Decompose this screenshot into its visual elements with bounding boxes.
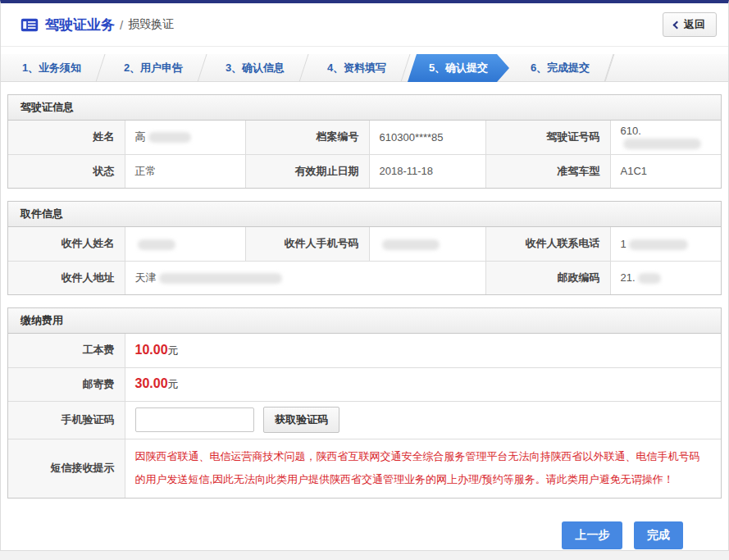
step-label: 1、业务须知 <box>22 61 81 75</box>
redacted-blur <box>148 132 191 143</box>
field-label-recipient-address: 收件人地址 <box>8 261 125 294</box>
step-6-complete-submit: 6、完成提交 <box>509 54 611 82</box>
sms-notice-text: 因陕西省联通、电信运营商技术问题，陕西省互联网交通安全综合服务管理平台无法向持陕… <box>135 440 722 496</box>
sms-notice-cell: 因陕西省联通、电信运营商技术问题，陕西省互联网交通安全综合服务管理平台无法向持陕… <box>125 439 721 498</box>
back-button[interactable]: 返回 <box>663 12 717 37</box>
table-row: 邮寄费 30.00元 <box>8 367 721 401</box>
field-label-recipient-mobile: 收件人手机号码 <box>245 227 369 261</box>
field-value-expiry-date: 2018-11-18 <box>369 154 485 188</box>
step-4-fill-materials: 4、资料填写 <box>306 54 408 82</box>
step-label: 5、确认提交 <box>429 61 488 75</box>
redacted-blur <box>138 239 175 250</box>
step-navigation: 1、业务须知 2、用户申告 3、确认信息 4、资料填写 5、确认提交 6、完成提… <box>1 54 728 82</box>
step-label: 4、资料填写 <box>327 61 386 75</box>
field-label-expiry-date: 有效期止日期 <box>245 154 369 188</box>
field-label-name: 姓名 <box>8 121 125 154</box>
field-label-sms-code: 手机验证码 <box>8 401 125 439</box>
table-row: 收件人地址 天津 邮政编码 21. <box>8 261 721 294</box>
field-label-sms-notice: 短信接收提示 <box>8 439 125 498</box>
table-row: 收件人姓名 收件人手机号码 收件人联系电话 1 <box>8 227 721 261</box>
field-label-file-number: 档案编号 <box>245 121 369 154</box>
redacted-blur <box>623 139 701 149</box>
field-label-zip-code: 邮政编码 <box>485 261 610 294</box>
step-5-confirm-submit-active: 5、确认提交 <box>408 54 509 82</box>
field-value-postage-fee: 30.00元 <box>125 367 721 401</box>
field-value-recipient-phone: 1 <box>610 227 721 261</box>
license-info-table: 姓名 高 档案编号 610300****85 驾驶证号码 610. 状态 正常 … <box>8 121 721 188</box>
table-row: 工本费 10.00元 <box>8 334 721 367</box>
back-button-label: 返回 <box>684 17 705 32</box>
redacted-blur <box>382 239 440 250</box>
field-value-recipient-name <box>125 227 245 261</box>
field-value-production-fee: 10.00元 <box>125 334 721 367</box>
field-value-zip-code: 21. <box>610 261 721 294</box>
finish-button[interactable]: 完成 <box>634 521 683 549</box>
page-container: 驾驶证业务 / 损毁换证 返回 1、业务须知 2、用户申告 3、确认信息 4、资… <box>0 0 729 551</box>
license-card-icon <box>21 18 39 32</box>
footer-actions: 上一步 完成 <box>1 521 728 549</box>
field-label-production-fee: 工本费 <box>8 334 125 367</box>
sms-code-cell: 获取验证码 <box>125 401 721 439</box>
fee-unit: 元 <box>168 378 179 390</box>
fees-table: 工本费 10.00元 邮寄费 30.00元 手机验证码 获取验证码 <box>8 334 721 498</box>
redacted-blur <box>638 273 661 284</box>
breadcrumb-separator: / <box>120 18 123 32</box>
table-row: 手机验证码 获取验证码 <box>8 401 721 439</box>
field-label-postage-fee: 邮寄费 <box>8 367 125 401</box>
sms-code-input[interactable] <box>135 407 254 432</box>
page-header: 驾驶证业务 / 损毁换证 返回 <box>1 3 728 47</box>
table-row: 姓名 高 档案编号 610300****85 驾驶证号码 610. <box>8 121 721 154</box>
step-label: 6、完成提交 <box>531 61 590 75</box>
license-info-section-title: 驾驶证信息 <box>8 95 721 121</box>
field-value-vehicle-class: A1C1 <box>610 154 721 188</box>
step-label: 3、确认信息 <box>226 61 285 75</box>
step-label: 2、用户申告 <box>124 61 183 75</box>
field-label-license-number: 驾驶证号码 <box>485 121 610 154</box>
step-3-confirm-info: 3、确认信息 <box>204 54 306 82</box>
back-chevron-icon <box>673 20 681 29</box>
previous-step-button[interactable]: 上一步 <box>562 521 622 549</box>
field-label-vehicle-class: 准驾车型 <box>485 154 610 188</box>
field-value-name: 高 <box>125 121 245 154</box>
field-value-status: 正常 <box>125 154 245 188</box>
field-label-recipient-phone: 收件人联系电话 <box>485 227 610 261</box>
field-label-status: 状态 <box>8 154 125 188</box>
step-2-user-declaration: 2、用户申告 <box>103 54 204 82</box>
production-fee-amount: 10.00 <box>135 343 168 357</box>
field-value-file-number: 610300****85 <box>369 121 485 154</box>
field-label-recipient-name: 收件人姓名 <box>8 227 125 261</box>
fee-unit: 元 <box>168 344 179 357</box>
step-1-business-notice: 1、业务须知 <box>1 54 103 82</box>
field-value-recipient-mobile <box>369 227 485 261</box>
license-info-section: 驾驶证信息 姓名 高 档案编号 610300****85 驾驶证号码 610. … <box>7 94 722 189</box>
page-title: 驾驶证业务 <box>45 16 115 34</box>
breadcrumb-current-page: 损毁换证 <box>128 17 174 32</box>
field-value-license-number: 610. <box>610 121 721 154</box>
fees-section: 缴纳费用 工本费 10.00元 邮寄费 30.00元 手机验证码 <box>7 307 722 499</box>
postage-fee-amount: 30.00 <box>135 376 168 390</box>
fees-section-title: 缴纳费用 <box>8 308 721 334</box>
pickup-info-section: 取件信息 收件人姓名 收件人手机号码 收件人联系电话 1 收件人地址 天津 <box>7 201 722 295</box>
field-value-recipient-address: 天津 <box>125 261 485 294</box>
get-sms-code-button[interactable]: 获取验证码 <box>263 407 339 433</box>
pickup-info-table: 收件人姓名 收件人手机号码 收件人联系电话 1 收件人地址 天津 邮政编码 21… <box>8 227 721 294</box>
redacted-blur <box>629 239 688 250</box>
redacted-blur <box>159 273 282 284</box>
pickup-info-section-title: 取件信息 <box>8 202 721 227</box>
table-row: 状态 正常 有效期止日期 2018-11-18 准驾车型 A1C1 <box>8 154 721 188</box>
table-row: 短信接收提示 因陕西省联通、电信运营商技术问题，陕西省互联网交通安全综合服务管理… <box>8 439 721 498</box>
